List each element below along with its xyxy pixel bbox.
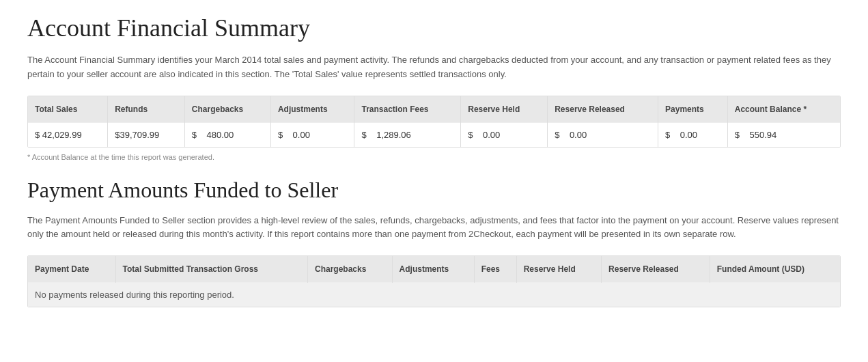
col-payments: Payments [658, 96, 728, 123]
page-title: Account Financial Summary [27, 14, 841, 42]
funded-col-gross: Total Submitted Transaction Gross [115, 256, 307, 283]
funded-table-header-row: Payment Date Total Submitted Transaction… [28, 256, 840, 283]
col-account-balance: Account Balance * [727, 96, 840, 123]
cell-chargebacks: $ 480.00 [184, 122, 270, 147]
col-adjustments: Adjustments [270, 96, 354, 123]
funded-col-reserve-released: Reserve Released [602, 256, 710, 283]
col-reserve-released: Reserve Released [548, 96, 658, 123]
cell-refunds: $39,709.99 [108, 122, 185, 147]
no-payments-message: No payments released during this reporti… [28, 283, 840, 307]
funded-table: Payment Date Total Submitted Transaction… [28, 256, 840, 307]
no-payments-row: No payments released during this reporti… [28, 283, 840, 307]
cell-account-balance: $ 550.94 [727, 122, 840, 147]
cell-total-sales: $ 42,029.99 [28, 122, 108, 147]
funded-col-reserve-held: Reserve Held [516, 256, 601, 283]
summary-data-row: $ 42,029.99 $39,709.99 $ 480.00 $ 0.00 $… [28, 122, 840, 147]
account-balance-footnote: * Account Balance at the time this repor… [27, 153, 841, 161]
cell-payments: $ 0.00 [658, 122, 728, 147]
funded-section-description: The Payment Amounts Funded to Seller sec… [27, 214, 841, 242]
col-refunds: Refunds [108, 96, 185, 123]
funded-col-adjustments: Adjustments [392, 256, 474, 283]
summary-table: Total Sales Refunds Chargebacks Adjustme… [28, 96, 840, 147]
funded-col-payment-date: Payment Date [28, 256, 115, 283]
cell-reserve-released: $ 0.00 [548, 122, 658, 147]
col-chargebacks: Chargebacks [184, 96, 270, 123]
funded-section-title: Payment Amounts Funded to Seller [27, 178, 841, 203]
col-transaction-fees: Transaction Fees [354, 96, 461, 123]
summary-table-header-row: Total Sales Refunds Chargebacks Adjustme… [28, 96, 840, 123]
funded-col-funded-amount: Funded Amount (USD) [710, 256, 840, 283]
funded-table-container: Payment Date Total Submitted Transaction… [27, 255, 841, 307]
summary-description: The Account Financial Summary identifies… [27, 53, 841, 82]
col-total-sales: Total Sales [28, 96, 108, 123]
summary-table-container: Total Sales Refunds Chargebacks Adjustme… [27, 96, 841, 148]
cell-transaction-fees: $ 1,289.06 [354, 122, 461, 147]
funded-col-fees: Fees [474, 256, 516, 283]
col-reserve-held: Reserve Held [461, 96, 548, 123]
funded-col-chargebacks: Chargebacks [307, 256, 392, 283]
cell-adjustments: $ 0.00 [270, 122, 354, 147]
funded-section: Payment Amounts Funded to Seller The Pay… [27, 178, 841, 308]
cell-reserve-held: $ 0.00 [461, 122, 548, 147]
